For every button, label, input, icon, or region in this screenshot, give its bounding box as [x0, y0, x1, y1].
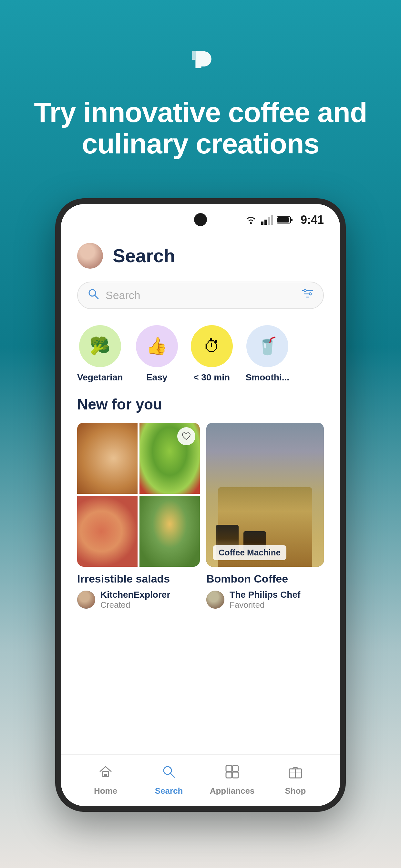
category-easy[interactable]: 👍 Easy: [136, 325, 178, 383]
category-label-under30: < 30 min: [193, 372, 230, 383]
phone-mockup: 9:41 Search: [0, 198, 401, 812]
home-icon: [98, 764, 113, 783]
favorite-button[interactable]: [177, 427, 195, 445]
wifi-icon: [244, 215, 257, 225]
author-name-right: The Philips Chef: [229, 590, 300, 600]
card-right-meta: Bombon Coffee The Philips Chef Favorited: [206, 567, 324, 610]
svg-line-18: [171, 774, 174, 777]
svg-rect-22: [233, 772, 238, 778]
card-right[interactable]: Coffee Machine Bombon Coffee The Philips…: [206, 423, 324, 610]
nav-item-shop[interactable]: Shop: [264, 764, 327, 796]
search-bar-container: Search: [61, 275, 340, 319]
hero-title: Try innovative coffee and culinary creat…: [0, 97, 401, 159]
right-card-image: Coffee Machine: [206, 423, 324, 567]
svg-rect-7: [291, 219, 292, 221]
phone-frame: 9:41 Search: [55, 198, 346, 812]
card-right-name: Bombon Coffee: [206, 572, 324, 585]
category-circle-vegetarian: 🥦: [79, 325, 121, 367]
app-logo-icon: [180, 39, 221, 81]
filter-icon[interactable]: [302, 289, 313, 301]
bottom-nav: Home Search: [61, 754, 340, 806]
status-icons: 9:41: [244, 213, 324, 227]
author-avatar-right: [206, 591, 224, 609]
svg-rect-19: [226, 766, 232, 771]
svg-rect-20: [233, 766, 238, 771]
svg-rect-16: [104, 774, 107, 777]
coffee-machine-badge: Coffee Machine: [213, 545, 286, 560]
card-left[interactable]: Irresistible salads KitchenExplorer Crea…: [77, 423, 200, 610]
battery-icon: [277, 216, 293, 224]
svg-rect-3: [268, 217, 270, 225]
card-right-author: The Philips Chef Favorited: [206, 590, 324, 610]
food-image-3: [77, 496, 137, 567]
author-action-left: Created: [100, 600, 170, 610]
category-under30[interactable]: ⏱ < 30 min: [191, 325, 233, 383]
nav-item-search[interactable]: Search: [137, 764, 201, 796]
author-action-right: Favorited: [229, 600, 300, 610]
signal-icon: [261, 215, 273, 225]
food-image-1: [77, 423, 137, 494]
categories-row: 🥦 Vegetarian 👍 Easy ⏱ < 30 min 🥤 Smoothi…: [61, 319, 340, 392]
search-placeholder: Search: [105, 289, 296, 302]
svg-point-17: [164, 767, 172, 774]
search-bar[interactable]: Search: [77, 282, 324, 309]
category-vegetarian[interactable]: 🥦 Vegetarian: [77, 325, 123, 383]
nav-item-home[interactable]: Home: [74, 764, 137, 796]
category-label-easy: Easy: [146, 372, 167, 383]
shop-icon: [288, 764, 303, 783]
svg-rect-2: [265, 220, 267, 225]
svg-rect-1: [261, 221, 264, 225]
user-avatar[interactable]: [77, 243, 103, 269]
svg-point-0: [250, 222, 252, 224]
author-info-right: The Philips Chef Favorited: [229, 590, 300, 610]
food-image-4: [140, 496, 200, 567]
phone-content: Search Search: [61, 230, 340, 767]
appliances-icon: [225, 764, 240, 783]
card-left-author: KitchenExplorer Created: [77, 590, 200, 610]
author-info-left: KitchenExplorer Created: [100, 590, 170, 610]
header-title: Search: [113, 245, 175, 267]
category-circle-under30: ⏱: [191, 325, 233, 367]
cards-grid: Irresistible salads KitchenExplorer Crea…: [61, 423, 340, 610]
nav-item-appliances[interactable]: Appliances: [201, 764, 264, 796]
nav-label-home: Home: [94, 786, 117, 796]
card-left-meta: Irresistible salads KitchenExplorer Crea…: [77, 567, 200, 610]
svg-rect-6: [277, 217, 289, 222]
app-header: Search: [61, 230, 340, 275]
svg-rect-21: [226, 772, 232, 778]
card-left-name: Irresistible salads: [77, 572, 200, 585]
nav-label-appliances: Appliances: [210, 786, 255, 796]
section-title: New for you: [61, 392, 340, 423]
search-nav-icon: [161, 764, 176, 783]
svg-rect-4: [271, 215, 273, 225]
category-circle-smoothie: 🥤: [246, 325, 288, 367]
svg-point-13: [304, 290, 306, 292]
nav-label-search: Search: [155, 786, 183, 796]
food-grid: [77, 423, 200, 567]
category-label-vegetarian: Vegetarian: [77, 372, 123, 383]
category-smoothie[interactable]: 🥤 Smoothi...: [246, 325, 289, 383]
status-time: 9:41: [301, 213, 324, 227]
category-circle-easy: 👍: [136, 325, 178, 367]
author-avatar-left: [77, 591, 95, 609]
nav-label-shop: Shop: [285, 786, 306, 796]
svg-point-14: [309, 293, 312, 295]
svg-line-9: [95, 296, 98, 299]
hero-section: Try innovative coffee and culinary creat…: [0, 0, 401, 179]
phone-camera: [194, 213, 207, 226]
search-icon: [88, 288, 99, 303]
category-label-smoothie: Smoothi...: [246, 372, 289, 383]
author-name-left: KitchenExplorer: [100, 590, 170, 600]
